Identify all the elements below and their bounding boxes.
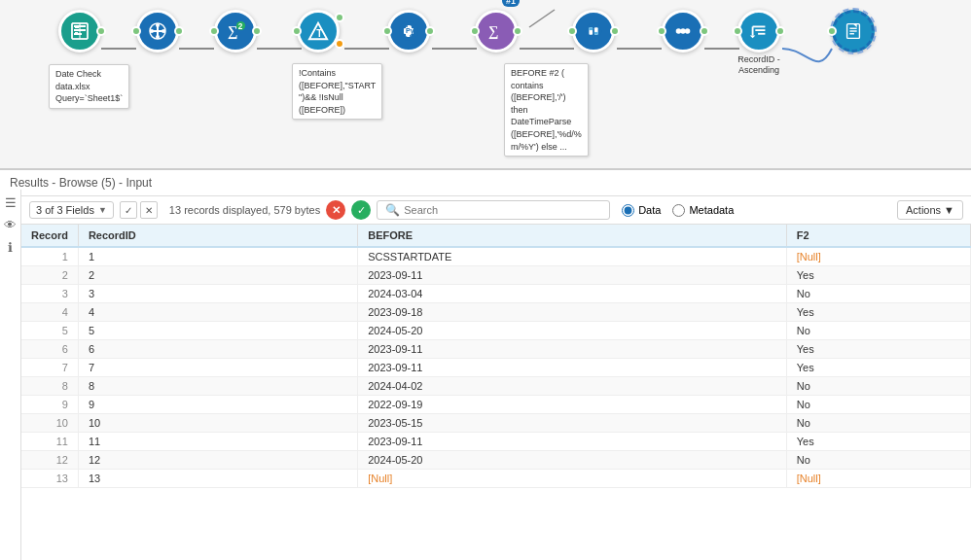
results-title: Results (10, 176, 49, 190)
cell-recordid: 4 (78, 303, 357, 322)
cell-f2: [Null] (786, 470, 970, 488)
info-icon[interactable]: ℹ (8, 240, 13, 255)
cell-record: 13 (21, 470, 78, 488)
clear-button[interactable]: ✕ (326, 200, 345, 220)
node-formula2-tooltip: BEFORE #2 ( contains ([BEFORE],'/') then… (504, 63, 589, 157)
data-table-container[interactable]: Record RecordID BEFORE F2 11SCSSTARTDATE… (21, 225, 971, 560)
table-row: 552024-05-20No (21, 322, 971, 340)
col-before: BEFORE (358, 225, 787, 247)
actions-button[interactable]: Actions ▼ (897, 200, 963, 220)
table-body: 11SCSSTARTDATE[Null]222023-09-11Yes33202… (21, 247, 971, 488)
node-connector1[interactable] (136, 10, 179, 52)
data-radio-label: Data (638, 204, 661, 216)
sort-node-label: RecordID -Ascending (737, 54, 780, 76)
cell-record: 11 (21, 433, 78, 451)
cell-recordid: 12 (78, 451, 357, 470)
cell-f2: No (786, 322, 970, 340)
metadata-radio[interactable] (672, 204, 685, 217)
cell-record: 1 (21, 247, 78, 266)
results-header: Results - Browse (5) - Input (0, 170, 971, 196)
data-radio-option[interactable]: Data (622, 204, 661, 217)
metadata-radio-option[interactable]: Metadata (672, 204, 734, 217)
cell-f2: Yes (786, 266, 970, 285)
cell-record: 7 (21, 359, 78, 377)
table-row: 10102023-05-15No (21, 414, 971, 433)
cell-recordid: 5 (78, 322, 357, 340)
node-formula2[interactable]: ∑ #1 BEFORE #2 ( contains ([BEFORE],'/')… (475, 10, 518, 52)
svg-text:∑: ∑ (488, 23, 498, 40)
node-output[interactable] (832, 10, 875, 52)
results-browse: - Browse (5) - Input (52, 176, 152, 190)
cell-record: 3 (21, 285, 78, 303)
node-input[interactable]: Date Check data.xlsx Query=`Sheet1$` (58, 10, 101, 52)
table-row: 442023-09-18Yes (21, 303, 971, 322)
cell-recordid: 2 (78, 266, 357, 285)
cell-f2: Yes (786, 340, 970, 359)
workflow-canvas: Date Check data.xlsx Query=`Sheet1$` ∑ 2 (0, 0, 971, 170)
select-all-icon[interactable]: ✓ (120, 201, 137, 219)
svg-text:∑: ∑ (228, 23, 237, 40)
cell-before: 2023-09-11 (358, 340, 787, 359)
check-icons-group: ✓ ✕ (120, 201, 158, 219)
table-row: 11112023-09-11Yes (21, 433, 971, 451)
data-table: Record RecordID BEFORE F2 11SCSSTARTDATE… (21, 225, 971, 488)
svg-point-28 (586, 23, 602, 40)
node-sample[interactable] (572, 10, 615, 52)
node-join[interactable] (662, 10, 704, 52)
cell-before: 2023-09-11 (358, 266, 787, 285)
cell-f2: No (786, 414, 970, 433)
cell-f2: [Null] (786, 247, 970, 266)
cell-f2: No (786, 377, 970, 396)
cell-recordid: 10 (78, 414, 357, 433)
cell-record: 6 (21, 340, 78, 359)
node-filter[interactable]: T !Contains ([BEFORE],"START ")&& !IsNul… (297, 10, 340, 52)
cell-f2: No (786, 285, 970, 303)
view-radio-group: Data Metadata (622, 204, 734, 217)
table-row: 222023-09-11Yes (21, 266, 971, 285)
svg-rect-31 (589, 27, 593, 30)
cell-recordid: 7 (78, 359, 357, 377)
results-main: 3 of 3 Fields ▼ ✓ ✕ 13 records displayed… (21, 196, 971, 560)
cell-record: 2 (21, 266, 78, 285)
cell-recordid: 6 (78, 340, 357, 359)
node-python[interactable]: Py (387, 10, 430, 52)
node-filter-tooltip: !Contains ([BEFORE],"START ")&& !IsNull … (292, 63, 382, 120)
cell-record: 9 (21, 396, 78, 414)
cell-before: 2023-05-15 (358, 414, 787, 433)
chevron-down-icon: ▼ (98, 205, 107, 215)
search-box: 🔍 (377, 200, 610, 220)
actions-label: Actions (906, 204, 941, 216)
svg-point-13 (156, 23, 160, 27)
cell-before: [Null] (358, 470, 787, 488)
cell-recordid: 1 (78, 247, 357, 266)
col-record: Record (21, 225, 78, 247)
table-row: 882024-04-02No (21, 377, 971, 396)
svg-point-16 (162, 29, 165, 33)
fields-selector[interactable]: 3 of 3 Fields ▼ (29, 201, 114, 219)
cell-recordid: 3 (78, 285, 357, 303)
node-input-tooltip: Date Check data.xlsx Query=`Sheet1$` (49, 64, 129, 109)
cell-before: SCSSTARTDATE (358, 247, 787, 266)
cell-f2: Yes (786, 433, 970, 451)
deselect-all-icon[interactable]: ✕ (140, 201, 158, 219)
cell-record: 8 (21, 377, 78, 396)
results-panel: Results - Browse (5) - Input ☰ 👁 ℹ 3 of … (0, 170, 971, 560)
cell-recordid: 13 (78, 470, 357, 488)
node-sort[interactable]: RecordID -Ascending (737, 10, 780, 76)
search-input[interactable] (404, 204, 601, 216)
table-row: 11SCSSTARTDATE[Null] (21, 247, 971, 266)
data-radio[interactable] (622, 204, 634, 217)
results-toolbar: 3 of 3 Fields ▼ ✓ ✕ 13 records displayed… (21, 196, 971, 225)
node-formula1[interactable]: ∑ 2 (214, 10, 257, 52)
search-icon: 🔍 (385, 203, 400, 217)
eye-icon[interactable]: 👁 (4, 218, 17, 232)
cell-record: 10 (21, 414, 78, 433)
svg-text:T: T (316, 28, 323, 39)
svg-text:Py: Py (406, 27, 414, 35)
table-header-row: Record RecordID BEFORE F2 (21, 225, 971, 247)
cell-f2: Yes (786, 303, 970, 322)
list-icon[interactable]: ☰ (5, 196, 17, 210)
svg-rect-32 (594, 32, 598, 35)
confirm-button[interactable]: ✓ (351, 200, 371, 220)
table-row: 772023-09-11Yes (21, 359, 971, 377)
